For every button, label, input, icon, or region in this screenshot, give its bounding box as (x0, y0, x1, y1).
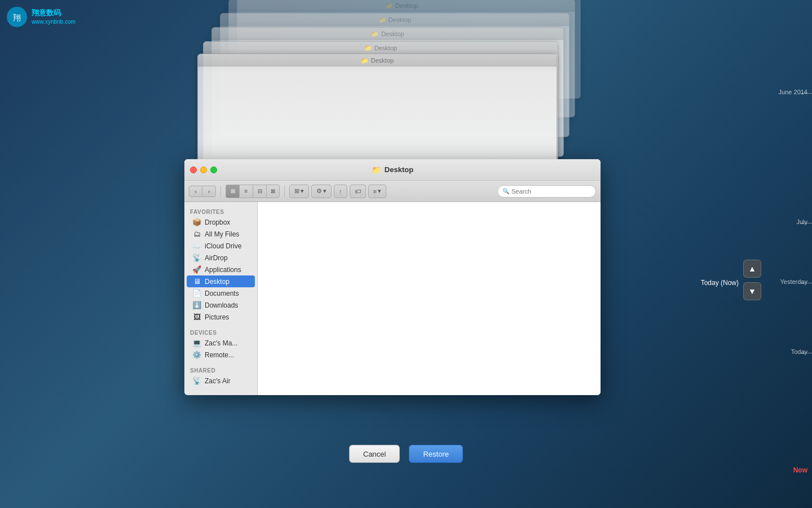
sidebar-item-label: All My Files (205, 230, 239, 238)
sidebar-item-label: Zac's Ma... (205, 339, 237, 347)
icloud-icon: ☁️ (192, 242, 201, 250)
sidebar-item-downloads[interactable]: ⬇️ Downloads (187, 299, 255, 311)
more-button[interactable]: ≡ ▾ (368, 185, 386, 198)
search-box: 🔍 (497, 185, 596, 198)
pictures-icon: 🖼 (192, 313, 201, 321)
documents-icon: 📄 (192, 289, 201, 297)
now-label: Now (793, 466, 807, 474)
search-input[interactable] (511, 188, 591, 195)
sidebar-item-label: Desktop (205, 278, 230, 286)
sidebar-item-label: Downloads (205, 301, 238, 309)
action-button[interactable]: ⚙ ▾ (311, 185, 332, 198)
back-button[interactable]: ‹ (189, 186, 202, 197)
forward-button[interactable]: › (202, 186, 216, 197)
traffic-lights (190, 167, 217, 173)
sidebar-item-label: Pictures (205, 313, 229, 321)
downloads-icon: ⬇️ (192, 301, 201, 309)
tm-down-button[interactable]: ▼ (743, 282, 761, 300)
all-my-files-icon: 🗂 (192, 230, 201, 238)
sidebar-item-label: Documents (205, 290, 239, 297)
view-list-btn[interactable]: ≡ (239, 185, 253, 198)
view-buttons: ⊞ ≡ ⊟ ⊠ (226, 185, 280, 198)
minimize-button[interactable] (200, 167, 207, 173)
sidebar-item-label: Zac's Air (205, 377, 231, 385)
sidebar-item-all-my-files[interactable]: 🗂 All My Files (187, 228, 255, 240)
view-icon-btn[interactable]: ⊞ (226, 185, 239, 198)
folder-icon: 📁 (372, 165, 381, 174)
timeline-june: June 2014 (779, 89, 807, 95)
close-button[interactable] (190, 167, 197, 173)
airdrop-icon: 📡 (192, 253, 201, 262)
timeline-line-yesterday (801, 283, 812, 283)
shared-header: Shared (184, 365, 257, 375)
sidebar-item-remote[interactable]: ⚙️ Remote... (187, 349, 255, 361)
timeline-line-today (801, 353, 812, 353)
sidebar-item-desktop[interactable]: 🖥 Desktop (187, 275, 255, 287)
toolbar: ‹ › ⊞ ≡ ⊟ ⊠ ⊞ ▾ ⚙ ▾ ↑ 🏷 ≡ ▾ (184, 181, 601, 202)
sidebar-item-label: Dropbox (205, 218, 230, 226)
dropbox-icon: 📦 (192, 218, 201, 226)
window-title: 📁 Desktop (372, 165, 413, 174)
maximize-button[interactable] (210, 167, 217, 173)
sidebar-item-applications[interactable]: 🚀 Applications (187, 264, 255, 275)
timeline: June 2014 July Yesterday Today (767, 0, 812, 508)
tm-up-button[interactable]: ▲ (743, 260, 761, 278)
timeline-line-july (801, 223, 812, 224)
sidebar-item-label: Applications (205, 266, 241, 274)
svg-text:翔: 翔 (13, 13, 21, 22)
sidebar-item-label: AirDrop (205, 254, 228, 262)
sidebar-item-pictures[interactable]: 🖼 Pictures (187, 311, 255, 323)
watermark-text: 翔意数码 www.xynbnb.com (32, 8, 76, 25)
devices-header: Devices (184, 327, 257, 337)
desktop-icon: 🖥 (192, 277, 201, 286)
mac-icon: 💻 (192, 339, 201, 347)
bottom-bar: Cancel Restore (349, 445, 463, 463)
sidebar-item-zacs-mac[interactable]: 💻 Zac's Ma... (187, 337, 255, 349)
timeline-july: July (796, 218, 807, 225)
finder-window: 📁 Desktop ‹ › ⊞ ≡ ⊟ ⊠ ⊞ ▾ ⚙ ▾ ↑ (184, 159, 601, 395)
titlebar: 📁 Desktop (184, 159, 601, 181)
sidebar-item-dropbox[interactable]: 📦 Dropbox (187, 216, 255, 228)
timeline-line-june (801, 93, 812, 94)
sidebar-item-label: iCloud Drive (205, 242, 241, 250)
shared-icon: 📡 (192, 376, 201, 385)
view-column-btn[interactable]: ⊟ (253, 185, 266, 198)
file-area (258, 202, 601, 395)
watermark-logo: 翔 (6, 6, 28, 28)
sidebar-item-documents[interactable]: 📄 Documents (187, 287, 255, 299)
arrange-button[interactable]: ⊞ ▾ (289, 185, 309, 198)
nav-buttons: ‹ › (189, 186, 216, 197)
search-icon: 🔍 (502, 188, 509, 194)
time-machine-nav: ▲ ▼ (743, 260, 761, 300)
favorites-header: Favorites (184, 207, 257, 216)
watermark: 翔 翔意数码 www.xynbnb.com (6, 6, 76, 28)
timeline-yesterday: Yesterday (780, 278, 807, 285)
toolbar-sep-2 (284, 186, 285, 197)
sidebar-item-label: Remote... (205, 351, 234, 359)
cancel-button[interactable]: Cancel (349, 445, 400, 463)
restore-button[interactable]: Restore (409, 445, 463, 463)
sidebar-item-icloud[interactable]: ☁️ iCloud Drive (187, 240, 255, 252)
window-body: Favorites 📦 Dropbox 🗂 All My Files ☁️ iC… (184, 202, 601, 395)
tm-today-label: Today (Now) (701, 279, 739, 287)
remote-icon: ⚙️ (192, 351, 201, 359)
view-cover-btn[interactable]: ⊠ (266, 185, 280, 198)
sidebar-item-zacs-air[interactable]: 📡 Zac's Air (187, 375, 255, 387)
sidebar: Favorites 📦 Dropbox 🗂 All My Files ☁️ iC… (184, 202, 258, 395)
share-button[interactable]: ↑ (334, 185, 347, 198)
timeline-today: Today (791, 348, 807, 355)
applications-icon: 🚀 (192, 265, 201, 274)
toolbar-sep-1 (220, 186, 221, 197)
sidebar-item-airdrop[interactable]: 📡 AirDrop (187, 252, 255, 264)
tag-button[interactable]: 🏷 (350, 185, 366, 198)
